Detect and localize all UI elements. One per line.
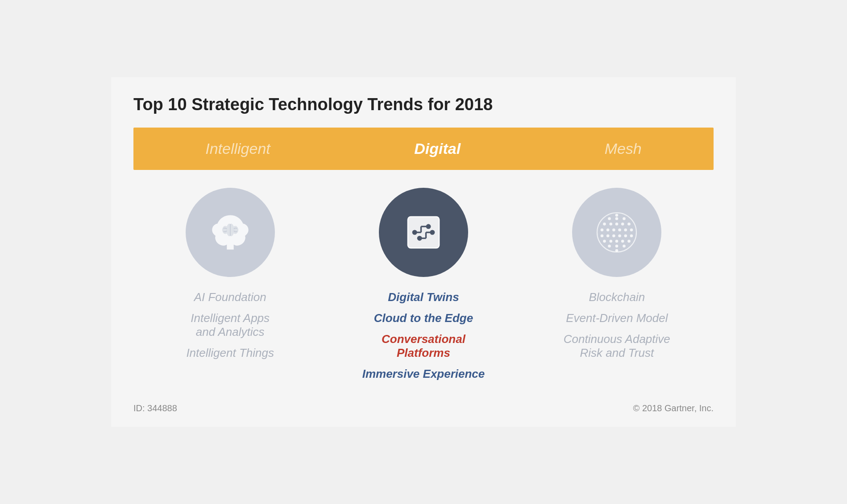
svg-point-20	[610, 223, 613, 226]
item-intelligent-apps: Intelligent Appsand Analytics	[191, 311, 270, 339]
svg-point-41	[608, 244, 611, 248]
svg-point-39	[621, 240, 624, 243]
item-cloud-edge: Cloud to the Edge	[374, 311, 473, 325]
item-continuous-adaptive: Continuous AdaptiveRisk and Trust	[564, 332, 670, 360]
svg-point-31	[606, 234, 610, 237]
columns-container: AI Foundation Intelligent Appsand Analyt…	[133, 188, 714, 381]
item-blockchain: Blockchain	[589, 290, 645, 304]
footer: ID: 344888 © 2018 Gartner, Inc.	[133, 399, 714, 413]
svg-point-35	[630, 234, 633, 237]
category-mesh: Mesh	[605, 140, 642, 157]
svg-point-15	[615, 214, 619, 217]
circuit-icon-circle	[379, 188, 468, 277]
mesh-items: Blockchain Event-Driven Model Continuous…	[564, 290, 670, 360]
item-immersive-experience: Immersive Experience	[362, 367, 485, 381]
brain-icon	[206, 208, 255, 257]
svg-point-23	[628, 223, 631, 226]
svg-point-28	[624, 228, 627, 231]
svg-point-36	[603, 240, 606, 243]
category-bar: Intelligent Digital Mesh	[133, 128, 714, 170]
globe-icon	[592, 208, 641, 257]
item-digital-twins: Digital Twins	[388, 290, 459, 304]
item-ai-foundation: AI Foundation	[194, 290, 266, 304]
main-card: Top 10 Strategic Technology Trends for 2…	[111, 77, 736, 427]
brain-icon-circle	[186, 188, 275, 277]
svg-point-27	[619, 228, 622, 231]
svg-point-18	[623, 217, 626, 220]
svg-point-16	[608, 217, 611, 220]
digital-items: Digital Twins Cloud to the Edge Conversa…	[362, 290, 485, 381]
footer-copyright: © 2018 Gartner, Inc.	[633, 403, 714, 413]
intelligent-items: AI Foundation Intelligent Appsand Analyt…	[186, 290, 274, 360]
svg-point-25	[606, 228, 610, 231]
item-event-driven: Event-Driven Model	[566, 311, 668, 325]
svg-point-19	[603, 223, 606, 226]
item-conversational-platforms: ConversationalPlatforms	[382, 332, 465, 360]
svg-point-38	[615, 240, 619, 243]
svg-point-24	[601, 228, 604, 231]
svg-point-37	[610, 240, 613, 243]
globe-icon-circle	[572, 188, 661, 277]
svg-point-17	[615, 217, 619, 220]
svg-point-42	[615, 244, 619, 248]
item-intelligent-things: Intelligent Things	[186, 346, 274, 360]
svg-point-43	[623, 244, 626, 248]
svg-point-26	[612, 228, 615, 231]
svg-point-22	[621, 223, 624, 226]
svg-point-40	[628, 240, 631, 243]
svg-point-21	[615, 223, 619, 226]
column-intelligent: AI Foundation Intelligent Appsand Analyt…	[150, 188, 311, 360]
column-digital: Digital Twins Cloud to the Edge Conversa…	[343, 188, 504, 381]
svg-point-44	[615, 249, 619, 252]
svg-point-29	[630, 228, 633, 231]
category-digital: Digital	[414, 140, 461, 157]
circuit-icon	[399, 208, 448, 257]
svg-point-30	[601, 234, 604, 237]
page-title: Top 10 Strategic Technology Trends for 2…	[133, 95, 714, 114]
category-intelligent: Intelligent	[205, 140, 270, 157]
svg-point-33	[619, 234, 622, 237]
svg-point-32	[612, 234, 615, 237]
column-mesh: Blockchain Event-Driven Model Continuous…	[536, 188, 697, 360]
footer-id: ID: 344888	[133, 403, 177, 413]
svg-point-34	[624, 234, 627, 237]
